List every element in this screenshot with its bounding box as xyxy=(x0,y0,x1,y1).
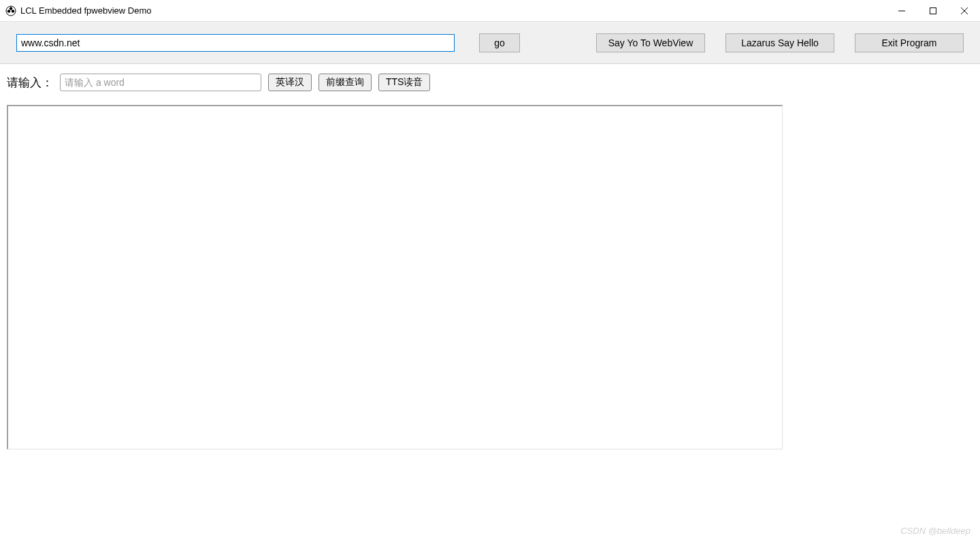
prefix-search-button[interactable]: 前缀查询 xyxy=(318,74,372,91)
titlebar: LCL Embedded fpwebview Demo xyxy=(0,0,980,22)
close-button[interactable] xyxy=(949,0,980,22)
window-controls xyxy=(886,0,980,22)
window-title: LCL Embedded fpwebview Demo xyxy=(20,5,151,16)
input-row: 请输入： 英译汉 前缀查询 TTS读音 xyxy=(7,74,973,91)
svg-point-3 xyxy=(10,7,12,10)
maximize-button[interactable] xyxy=(917,0,949,22)
exit-button[interactable]: Exit Program xyxy=(855,33,964,52)
content-frame xyxy=(7,105,783,449)
tts-button[interactable]: TTS读音 xyxy=(378,74,430,91)
minimize-button[interactable] xyxy=(886,0,917,22)
word-input[interactable] xyxy=(60,74,261,91)
toolbar: go Say Yo To WebView Lazarus Say Hello E… xyxy=(0,22,980,64)
input-label: 请输入： xyxy=(7,75,53,91)
svg-rect-5 xyxy=(930,8,936,14)
svg-point-1 xyxy=(7,10,10,12)
app-icon xyxy=(5,5,16,16)
watermark: CSDN @belldeep xyxy=(900,526,970,536)
content-area: 请输入： 英译汉 前缀查询 TTS读音 xyxy=(0,64,980,449)
say-yo-button[interactable]: Say Yo To WebView xyxy=(596,33,705,52)
svg-point-2 xyxy=(12,10,14,12)
translate-button[interactable]: 英译汉 xyxy=(268,74,312,91)
url-input[interactable] xyxy=(16,34,455,52)
lazarus-button[interactable]: Lazarus Say Hello xyxy=(725,33,834,52)
go-button[interactable]: go xyxy=(479,33,520,52)
